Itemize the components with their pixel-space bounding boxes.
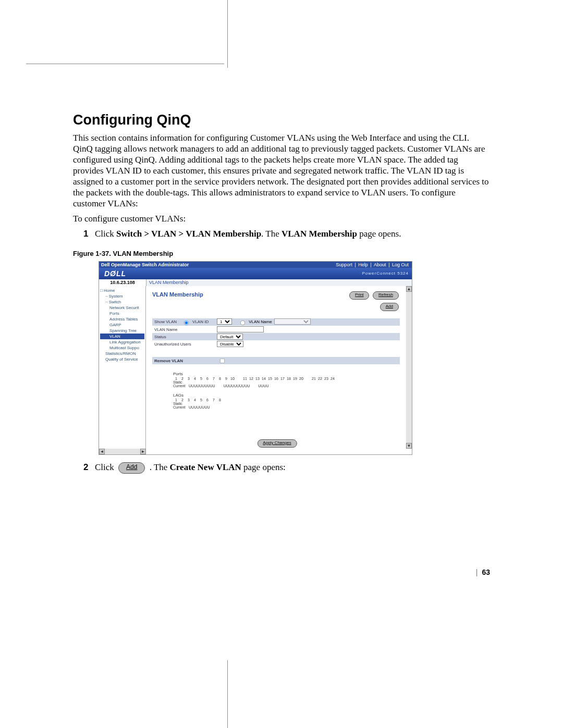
vlan-name-input[interactable] — [217, 326, 264, 332]
subheader: 10.6.23.108 VLAN Membership — [99, 279, 412, 286]
tree-node[interactable]: Ports — [100, 311, 144, 316]
print-button[interactable]: Print — [349, 291, 369, 300]
dell-logo: DØLL — [104, 269, 126, 278]
figure-caption: Figure 1-37. VLAN Membership — [73, 250, 490, 257]
unauth-row: Unauthorized Users Disable — [152, 340, 400, 348]
tree-node[interactable]: □ Home — [100, 288, 144, 293]
tree-node[interactable]: GARP — [100, 322, 144, 328]
tree-node[interactable]: Spanning Tree — [100, 328, 144, 334]
apply-changes-button[interactable]: Apply Changes — [257, 439, 297, 448]
pre-steps-line: To configure customer VLANs: — [73, 213, 490, 224]
crop-mark-horizontal — [26, 64, 224, 64]
scroll-left-icon[interactable]: ◄ — [99, 449, 105, 454]
help-link[interactable]: Help — [358, 262, 368, 267]
page-number: 63 — [482, 568, 490, 576]
tree-node[interactable]: Address Tables — [100, 316, 144, 322]
scroll-up-icon[interactable]: ▲ — [406, 286, 412, 292]
scroll-down-icon[interactable]: ▼ — [406, 443, 412, 449]
step-text: Click — [95, 229, 116, 239]
remove-vlan-row: Remove VLAN — [152, 357, 400, 364]
vertical-scrollbar[interactable]: ▲ ▼ — [406, 286, 412, 449]
crop-mark-bottom — [227, 660, 228, 728]
horizontal-scrollbar[interactable]: ◄ ► — [99, 449, 146, 454]
vlan-name-label: VLAN Name — [152, 327, 217, 332]
add-button-graphic: Add — [118, 462, 145, 474]
unauth-label: Unauthorized Users — [152, 342, 217, 347]
tree-node[interactable]: Link Aggregation — [100, 339, 144, 345]
tree-node[interactable]: ·· Switch — [100, 299, 144, 305]
add-button[interactable]: Add — [380, 303, 399, 311]
port-cell[interactable]: U — [247, 384, 250, 388]
nav-tree[interactable]: □ Home·· System·· SwitchNetwork SecuritP… — [99, 286, 146, 449]
main-panel: VLAN Membership Print Refresh Add Show V… — [146, 286, 406, 449]
lags-grid: LAGs12345678StaticCurrentUUUUUUUU — [173, 393, 400, 409]
step-text: . The — [150, 462, 170, 472]
show-vlan-row: Show VLAN VLAN ID 1 VLAN Name — [152, 318, 400, 326]
status-label: Status — [152, 335, 217, 339]
lag-cell[interactable]: U — [207, 405, 210, 409]
port-cell[interactable]: U — [213, 384, 215, 388]
vlan-membership-screenshot: Dell OpenManage Switch Administrator Sup… — [99, 262, 412, 454]
page-content: Configuring QinQ This section contains i… — [73, 112, 490, 478]
menu-path: Switch > VLAN > VLAN Membership — [116, 229, 261, 239]
intro-paragraph: This section contains information for co… — [73, 132, 490, 209]
page-footer: |63 — [476, 568, 490, 576]
device-ip: 10.6.23.108 — [99, 279, 146, 286]
remove-vlan-label: Remove VLAN — [152, 359, 217, 363]
window-title-bar: Dell OpenManage Switch Administrator Sup… — [99, 262, 412, 268]
about-link[interactable]: About — [374, 262, 386, 267]
vlan-name-row: VLAN Name — [152, 326, 400, 333]
tree-node[interactable]: Network Securit — [100, 305, 144, 311]
step-number: 1 — [83, 228, 95, 239]
tree-node[interactable]: VLAN — [100, 334, 144, 339]
breadcrumb: VLAN Membership — [149, 279, 189, 286]
show-vlan-label: Show VLAN VLAN ID — [152, 318, 217, 326]
header-links: Support | Help | About | Log Out — [335, 262, 410, 268]
crop-mark-vertical — [227, 0, 228, 68]
vlan-name-radio[interactable] — [240, 320, 245, 325]
unauth-select[interactable]: Disable — [217, 341, 243, 347]
vlan-name-radio-label: VLAN Name — [249, 319, 272, 324]
scroll-right-icon[interactable]: ► — [140, 449, 146, 454]
tree-node[interactable]: ·· System — [100, 293, 144, 299]
vlan-id-select[interactable]: 1 — [217, 318, 232, 325]
status-select[interactable]: Default — [217, 334, 243, 340]
step-text: page opens. — [357, 229, 401, 239]
tree-node[interactable]: Quality of Service — [100, 356, 144, 362]
status-row: Status Default — [152, 333, 400, 340]
step-1: 1 Click Switch > VLAN > VLAN Membership.… — [83, 228, 490, 239]
brand-bar: DØLL PowerConnect 5324 — [99, 268, 412, 279]
support-link[interactable]: Support — [336, 262, 352, 267]
vlan-id-radio[interactable] — [184, 320, 189, 325]
vlan-name-select[interactable] — [274, 318, 311, 325]
tree-node[interactable]: Statistics/RMON — [100, 351, 144, 356]
step-text: . The — [261, 229, 282, 239]
tree-node[interactable]: Multicast Suppo — [100, 345, 144, 351]
refresh-button[interactable]: Refresh — [373, 291, 399, 300]
remove-vlan-checkbox[interactable] — [220, 358, 225, 363]
step-number: 2 — [83, 462, 95, 474]
step-2: 2 Click Add . The Create New VLAN page o… — [83, 462, 490, 474]
ports-grid: Ports12345678910111213141516171819202122… — [173, 372, 400, 388]
port-cell[interactable]: U — [266, 384, 268, 388]
app-title: Dell OpenManage Switch Administrator — [101, 262, 189, 267]
step-text: Click — [95, 462, 116, 472]
page-name: Create New VLAN — [170, 462, 241, 472]
product-name: PowerConnect 5324 — [362, 268, 409, 279]
logout-link[interactable]: Log Out — [392, 262, 409, 267]
page-name: VLAN Membership — [282, 229, 357, 239]
step-text: page opens: — [241, 462, 286, 472]
section-heading: Configuring QinQ — [73, 112, 490, 128]
